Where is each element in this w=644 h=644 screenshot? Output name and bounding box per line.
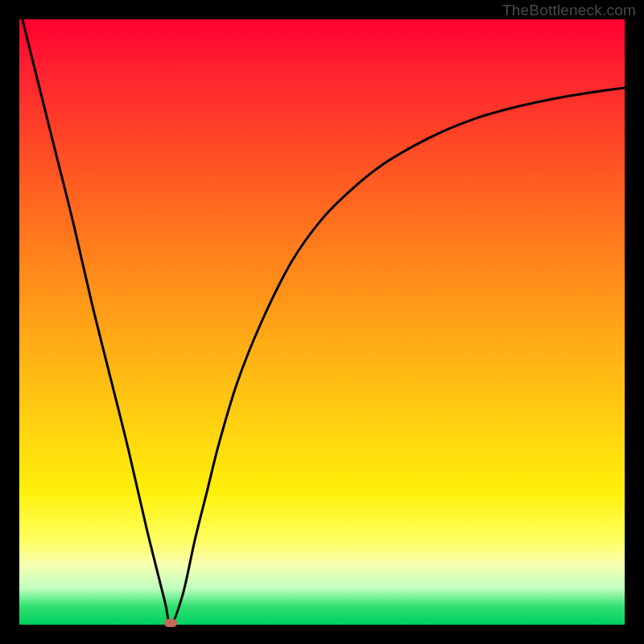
bottleneck-curve [19, 19, 625, 625]
attribution-label: TheBottleneck.com [502, 2, 636, 19]
optimal-point-marker [164, 619, 177, 627]
